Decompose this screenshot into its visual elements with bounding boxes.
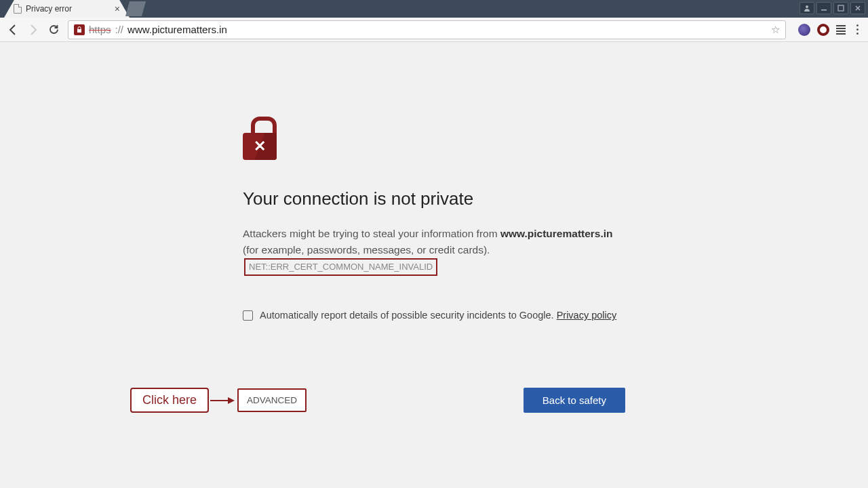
svg-point-0 [806,5,808,8]
annotation-arrow-icon [210,397,235,404]
report-label: Automatically report details of possible… [260,310,616,321]
url-bar[interactable]: https://www.picturematters.in ☆ [68,20,786,39]
browser-tab[interactable]: Privacy error × [4,0,130,18]
extension-icon-2[interactable] [817,24,829,36]
reload-button[interactable] [47,24,60,36]
user-icon[interactable] [800,2,814,14]
back-to-safety-button[interactable]: Back to safety [524,388,625,413]
warning-paragraph: Attackers might be trying to steal your … [243,226,629,276]
report-row: Automatically report details of possible… [243,310,629,321]
warning-text-suffix: (for example, passwords, messages, or cr… [243,244,490,256]
svg-rect-1 [821,9,827,11]
new-tab-button[interactable] [125,1,146,16]
extensions [798,24,846,36]
maximize-button[interactable] [833,2,848,14]
warning-panel: ✕ Your connection is not private Attacke… [243,117,629,321]
advanced-button[interactable]: ADVANCED [237,388,307,412]
warning-heading: Your connection is not private [243,188,629,209]
back-button[interactable] [7,24,19,36]
insecure-icon [74,24,85,35]
forward-button [27,24,39,36]
warning-domain: www.picturematters.in [500,228,613,239]
privacy-policy-link[interactable]: Privacy policy [557,310,617,321]
url-host: www.picturematters.in [127,24,227,35]
menu-button[interactable] [854,24,861,35]
window-controls [800,2,865,14]
bookmark-icon[interactable]: ☆ [771,24,780,36]
svg-rect-3 [77,29,81,33]
warning-text-prefix: Attackers might be trying to steal your … [243,228,500,239]
extension-icon-3[interactable] [836,25,846,35]
button-row: Click here ADVANCED Back to safety [130,388,625,413]
lock-error-icon: ✕ [243,117,277,160]
browser-toolbar: https://www.picturematters.in ☆ [0,18,868,42]
url-protocol: https [89,24,111,35]
minimize-button[interactable] [816,2,831,14]
titlebar: Privacy error × [0,0,868,18]
report-checkbox[interactable] [243,310,253,321]
file-icon [14,4,22,14]
close-window-button[interactable] [850,2,865,14]
extension-icon-1[interactable] [798,24,810,36]
close-tab-icon[interactable]: × [115,3,120,14]
svg-rect-2 [838,5,844,11]
page-content: ✕ Your connection is not private Attacke… [0,42,868,488]
annotation-click-here: Click here [130,388,209,413]
tab-title: Privacy error [26,4,111,14]
url-separator: :// [115,24,124,35]
error-code: NET::ERR_CERT_COMMON_NAME_INVALID [244,258,437,276]
